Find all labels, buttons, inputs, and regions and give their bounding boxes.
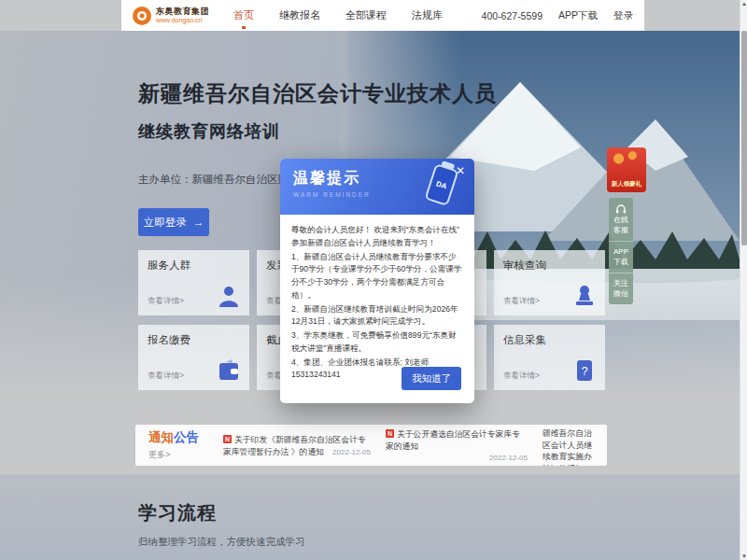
notice-item-date: 2022-12-05: [386, 454, 528, 462]
notice-item-date: 2022-12-05: [223, 448, 371, 456]
vertical-scrollbar[interactable]: ▲ ▼: [740, 0, 747, 560]
promo-label: 新人领豪礼: [607, 180, 646, 189]
new-badge: N: [386, 429, 394, 438]
warm-reminder-dialog: 温馨提示 WARM REMINDER DA ✕ 尊敬的会计人员您好！ 欢迎来到“…: [280, 159, 474, 403]
navbar-inner: 东奥教育集团 www.dongao.cn 首页 继教报名 全部课程 法规库 40…: [121, 0, 644, 31]
login-now-button[interactable]: 立即登录 →: [138, 208, 209, 236]
sidebar-label: 微信: [613, 289, 628, 299]
card-details-link[interactable]: 查看详情>: [503, 371, 540, 382]
card-label: 信息采集: [503, 333, 596, 347]
dialog-body: 尊敬的会计人员您好！ 欢迎来到“东奥会计在线”参加新疆自治区会计人员继续教育学习…: [280, 215, 474, 403]
sidebar-label: 下载: [613, 258, 628, 267]
notice-title: 通知公告: [148, 429, 208, 446]
app-download-link[interactable]: APP下载: [558, 9, 598, 22]
card-label: 审核查询: [503, 259, 596, 273]
reminder-paragraph: 2、新疆自治区继续教育培训截止时间为2026年12月31日，请大家抓紧时间完成学…: [291, 303, 463, 329]
close-icon[interactable]: ✕: [454, 162, 467, 179]
learning-process-subtitle: 归纳整理学习流程，方便快速完成学习: [138, 536, 305, 549]
notice-bar: 通知公告 更多> N关于印发《新疆维吾尔自治区会计专家库管理暂行办法 》的通知 …: [135, 425, 607, 466]
card-label: 报名缴费: [148, 333, 240, 347]
card-details-link[interactable]: 查看详情>: [503, 296, 540, 307]
notice-title-part1: 通知: [148, 430, 174, 444]
nav-item-home[interactable]: 首页: [233, 8, 254, 22]
person-icon: [217, 284, 241, 308]
active-indicator-dot: [242, 26, 246, 29]
wallet-icon: [217, 358, 241, 383]
scroll-up-arrow[interactable]: ▲: [740, 0, 747, 7]
notice-item[interactable]: N关于印发《新疆维吾尔自治区会计专家库管理暂行办法 》的通知 2022-12-0…: [223, 434, 371, 457]
dialog-header: 温馨提示 WARM REMINDER DA ✕: [280, 159, 474, 215]
stamp-icon: [572, 284, 597, 308]
card-pay-enroll[interactable]: 报名缴费 查看详情>: [138, 325, 249, 390]
reminder-paragraph: 1、新疆自治区会计人员继续教育学分要求不少于90学分（专业课学分不少于60学分，…: [291, 251, 463, 302]
online-service-button[interactable]: 在线 客服: [609, 198, 633, 241]
sidebar-label: 客服: [613, 226, 628, 235]
service-phone: 400-627-5599: [482, 10, 543, 21]
notice-header: 通知公告 更多>: [148, 429, 208, 461]
floating-sidebar: 在线 客服 APP 下载 关注 微信: [609, 198, 633, 304]
logo-url: www.dongao.cn: [156, 17, 209, 24]
app-download-button[interactable]: APP 下载: [609, 241, 633, 273]
card-info-collect[interactable]: 信息采集 查看详情> ?: [494, 325, 605, 390]
notice-more-link[interactable]: 更多>: [148, 449, 208, 461]
login-now-label: 立即登录: [144, 216, 187, 230]
card-label: 服务人群: [148, 259, 240, 273]
notice-item-title[interactable]: 关于公开遴选自治区会计专家库专家的通知: [386, 429, 520, 451]
sidebar-label: 在线: [613, 216, 628, 225]
question-icon: ?: [572, 358, 597, 383]
confirm-button[interactable]: 我知道了: [402, 367, 461, 390]
card-review-query[interactable]: 审核查询 查看详情>: [494, 250, 605, 315]
learning-process-title: 学习流程: [138, 500, 217, 525]
learning-process-section: 学习流程 归纳整理学习流程，方便快速完成学习: [0, 474, 740, 560]
logo-icon: [133, 7, 151, 25]
browser-viewport: 东奥教育集团 www.dongao.cn 首页 继教报名 全部课程 法规库 40…: [0, 0, 747, 560]
notice-title-part2: 公告: [174, 430, 199, 444]
da-logo-text: DA: [435, 179, 448, 190]
reminder-paragraph: 3、学东奥继教，可免费畅享价值899元“东奥财税大讲堂”直播课程。: [291, 329, 463, 356]
notice-item-title[interactable]: 关于印发《新疆维吾尔自治区会计人员继续教育实施办法》的通知: [543, 425, 592, 466]
sidebar-label: 关注: [613, 279, 628, 288]
main-menu: 首页 继教报名 全部课程 法规库: [233, 8, 443, 22]
new-user-promo-badge[interactable]: 新人领豪礼: [607, 147, 646, 192]
sidebar-label: APP: [613, 247, 628, 257]
nav-item-regulations[interactable]: 法规库: [412, 8, 443, 22]
logo-name: 东奥教育集团: [156, 7, 209, 17]
card-details-link[interactable]: 查看详情>: [148, 296, 184, 307]
webpage: 东奥教育集团 www.dongao.cn 首页 继教报名 全部课程 法规库 40…: [0, 0, 740, 560]
nav-item-enroll[interactable]: 继教报名: [279, 8, 320, 22]
arrow-right-icon: →: [193, 217, 204, 228]
hero-title: 新疆维吾尔自治区会计专业技术人员: [138, 79, 497, 108]
scrollbar-thumb[interactable]: [741, 31, 747, 245]
login-link[interactable]: 登录: [613, 9, 633, 22]
card-details-link[interactable]: 查看详情>: [148, 371, 184, 382]
navbar: 东奥教育集团 www.dongao.cn 首页 继教报名 全部课程 法规库 40…: [0, 0, 740, 31]
card-service-audience[interactable]: 服务人群 查看详情>: [138, 250, 249, 315]
notice-item[interactable]: 关于印发《新疆维吾尔自治区会计人员继续教育实施办法》的通知: [543, 425, 594, 466]
dongao-logo[interactable]: 东奥教育集团 www.dongao.cn: [133, 7, 209, 25]
headset-icon: [615, 203, 627, 214]
nav-item-courses[interactable]: 全部课程: [345, 8, 387, 22]
svg-text:?: ?: [581, 364, 587, 378]
new-badge: N: [223, 435, 232, 443]
scroll-down-arrow[interactable]: ▼: [740, 553, 747, 560]
hero-subtitle: 继续教育网络培训: [138, 120, 280, 143]
notice-item[interactable]: N关于公开遴选自治区会计专家库专家的通知 2022-12-05: [386, 428, 528, 462]
wechat-follow-button[interactable]: 关注 微信: [609, 273, 633, 304]
reminder-paragraph: 尊敬的会计人员您好！ 欢迎来到“东奥会计在线”参加新疆自治区会计人员继续教育学习…: [291, 224, 463, 250]
nav-right: 400-627-5599 APP下载 登录: [482, 9, 633, 22]
